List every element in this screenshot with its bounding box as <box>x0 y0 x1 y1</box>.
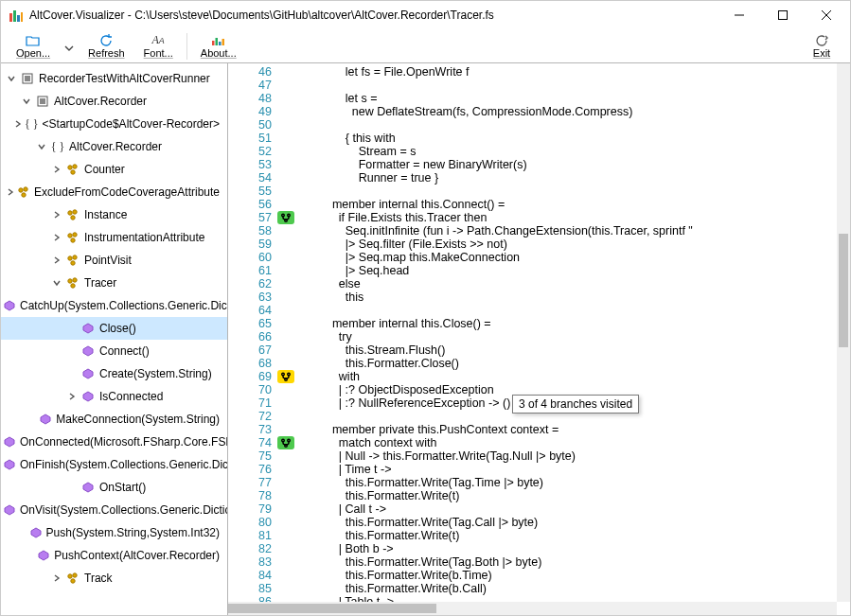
open-label: Open... <box>16 47 50 59</box>
tree-class-tracer[interactable]: Tracer <box>1 272 227 294</box>
tree-assembly[interactable]: AltCover.Recorder <box>1 90 227 113</box>
tree-node-label: CatchUp(System.Collections.Generic.Dicti… <box>20 299 228 312</box>
horizontal-scrollbar[interactable] <box>228 602 837 615</box>
code-line: Formatter = new BinaryWriter(s) <box>319 158 850 171</box>
svg-rect-1 <box>13 10 16 22</box>
tree-class-pointvisit[interactable]: PointVisit <box>1 249 227 272</box>
tree-class-counter[interactable]: Counter <box>1 158 227 181</box>
branch-indicator-green[interactable] <box>277 211 294 224</box>
svg-rect-2 <box>17 15 20 22</box>
svg-rect-3 <box>21 12 23 22</box>
svg-point-18 <box>71 170 75 174</box>
twisty-icon[interactable] <box>65 392 79 401</box>
tree-class-exclude[interactable]: ExcludeFromCodeCoverageAttribute <box>1 181 227 203</box>
tree-method-m5[interactable]: MakeConnection(System.String) <box>1 408 227 431</box>
tree-node-label: <StartupCode$AltCover-Recorder> <box>43 117 220 131</box>
tree-panel[interactable]: RecorderTestWithAltCoverRunnerAltCover.R… <box>1 63 228 615</box>
tree-method-m0[interactable]: CatchUp(System.Collections.Generic.Dicti… <box>1 294 227 317</box>
code-line: this.Formatter.Write(t) <box>319 489 850 502</box>
svg-point-37 <box>282 214 285 217</box>
svg-point-29 <box>73 255 77 259</box>
twisty-icon[interactable] <box>50 165 63 174</box>
font-button[interactable]: AA Font... <box>134 34 183 59</box>
open-dropdown[interactable] <box>60 38 79 55</box>
code-scroll[interactable]: 4647484950515253545556575859606162636465… <box>228 63 850 615</box>
line-number: 85 <box>228 582 272 595</box>
line-number: 47 <box>228 79 272 92</box>
svg-point-43 <box>282 439 285 442</box>
code-line: else <box>319 277 850 290</box>
close-button[interactable] <box>805 1 848 29</box>
maximize-button[interactable] <box>761 1 805 29</box>
code-line: | Call t -> <box>319 502 850 516</box>
tree-method-m6[interactable]: OnConnected(Microsoft.FSharp.Core.FSharp… <box>1 431 227 453</box>
about-button[interactable]: About... <box>191 34 246 59</box>
code-line: this.Formatter.Write(b.Call) <box>319 582 850 595</box>
branch-indicator-yellow[interactable] <box>277 370 294 383</box>
svg-point-27 <box>71 238 75 242</box>
tree-node-label: OnFinish(System.Collections.Generic.Dict… <box>20 458 228 471</box>
twisty-icon[interactable] <box>20 97 33 106</box>
line-number: 61 <box>228 264 272 277</box>
tree-method-m8[interactable]: OnStart() <box>1 476 227 499</box>
open-button[interactable]: Open... <box>7 34 60 59</box>
twisty-icon[interactable] <box>50 573 63 583</box>
tree-method-m2[interactable]: Connect() <box>1 340 227 362</box>
twisty-icon[interactable] <box>50 255 63 265</box>
tree-node-label: AltCover.Recorder <box>69 140 162 153</box>
twisty-icon[interactable] <box>50 278 63 288</box>
branch-indicator-green[interactable] <box>277 436 294 449</box>
line-number: 72 <box>228 410 272 423</box>
code-body[interactable]: let fs = File.OpenWrite f let s = new De… <box>300 63 850 615</box>
tooltip-text: 3 of 4 branches visited <box>519 397 632 411</box>
tree-method-m11[interactable]: PushContext(AltCover.Recorder) <box>1 544 227 567</box>
twisty-icon[interactable] <box>50 210 63 220</box>
method-icon <box>80 480 96 495</box>
line-number: 75 <box>228 449 272 463</box>
exit-button[interactable]: Exit <box>799 34 844 59</box>
twisty-icon[interactable] <box>13 119 23 129</box>
class-icon <box>65 230 80 245</box>
window-controls <box>718 1 848 29</box>
line-number: 52 <box>228 145 272 158</box>
about-label: About... <box>201 47 237 59</box>
tree-node-label: Connect() <box>99 344 150 358</box>
svg-point-22 <box>68 211 72 215</box>
tree-node-label: PushContext(AltCover.Recorder) <box>54 549 220 562</box>
code-line: this.Formatter.Write(t) <box>319 529 850 542</box>
svg-point-31 <box>68 279 72 283</box>
tree-ns-startup[interactable]: { }<StartupCode$AltCover-Recorder> <box>1 113 227 135</box>
tree-method-m10[interactable]: Push(System.String,System.Int32) <box>1 521 227 544</box>
line-number: 64 <box>228 304 272 317</box>
twisty-icon[interactable] <box>6 187 15 197</box>
exit-icon <box>813 34 830 47</box>
code-line: this.Formatter.Write(Tag.Both |> byte) <box>319 555 850 569</box>
tree-method-m1[interactable]: Close() <box>1 317 227 340</box>
tree-method-m3[interactable]: Create(System.String) <box>1 362 227 385</box>
method-icon <box>80 321 96 336</box>
code-line: { this with <box>319 132 850 145</box>
tree-method-m4[interactable]: IsConnected <box>1 385 227 408</box>
tree-ns-recorder[interactable]: { }AltCover.Recorder <box>1 135 227 158</box>
code-line: |> Seq.head <box>319 264 850 277</box>
minimize-button[interactable] <box>718 1 761 29</box>
tree-root[interactable]: RecorderTestWithAltCoverRunner <box>1 67 227 90</box>
vertical-scrollbar-thumb[interactable] <box>839 234 848 347</box>
tree-method-m9[interactable]: OnVisit(System.Collections.Generic.Dicti… <box>1 499 227 521</box>
code-line: | Both b -> <box>319 542 850 555</box>
horizontal-scrollbar-thumb[interactable] <box>228 604 436 613</box>
refresh-button[interactable]: Refresh <box>79 34 134 59</box>
tree-class-instance[interactable]: Instance <box>1 203 227 226</box>
code-line: this.Formatter.Write(Tag.Time |> byte) <box>319 476 850 489</box>
tree-class-instrattr[interactable]: InstrumentationAttribute <box>1 226 227 249</box>
code-line: new DeflateStream(fs, CompressionMode.Co… <box>319 105 850 118</box>
tree-class-track[interactable]: Track <box>1 567 227 590</box>
vertical-scrollbar[interactable] <box>837 63 850 602</box>
chevron-down-icon <box>64 38 74 55</box>
twisty-icon[interactable] <box>50 233 63 242</box>
twisty-icon[interactable] <box>35 142 48 151</box>
branch-tooltip: 3 of 4 branches visited <box>512 395 639 414</box>
twisty-icon[interactable] <box>5 74 18 83</box>
line-number: 84 <box>228 569 272 582</box>
tree-method-m7[interactable]: OnFinish(System.Collections.Generic.Dict… <box>1 453 227 476</box>
